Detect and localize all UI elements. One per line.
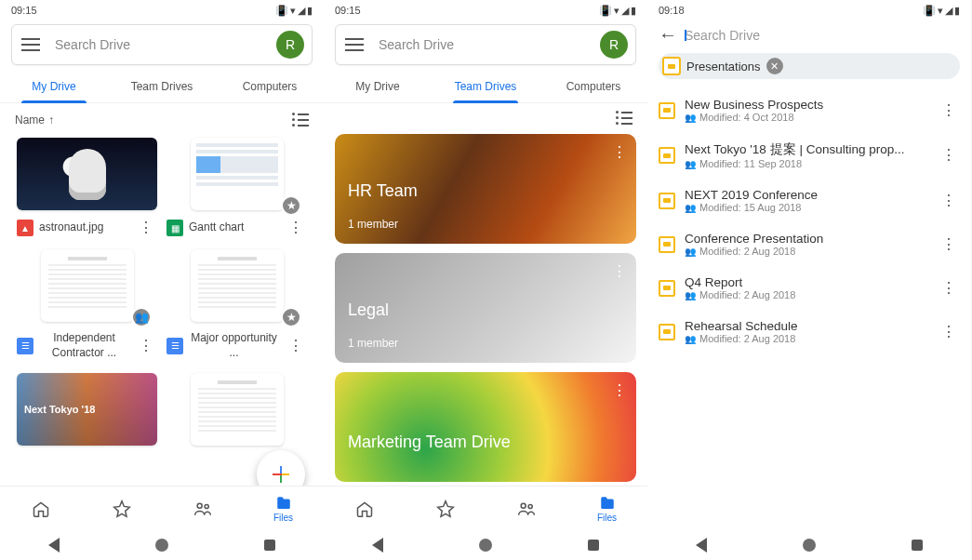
- tab-my-drive[interactable]: My Drive: [0, 71, 108, 102]
- status-bar: 09:15 📳 ▾ ◢ ▮: [324, 0, 647, 20]
- result-item[interactable]: New Business Prospects 👥Modified: 4 Oct …: [655, 88, 964, 132]
- team-drive-card[interactable]: ⋮ Legal 1 member: [335, 253, 636, 363]
- tab-computers[interactable]: Computers: [539, 71, 647, 102]
- wifi-icon: ▾: [290, 5, 296, 17]
- result-item[interactable]: Conference Presentation 👥Modified: 2 Aug…: [655, 222, 964, 266]
- doc-file-icon: ☰: [17, 338, 33, 354]
- more-icon[interactable]: ⋮: [612, 143, 627, 161]
- recents-icon[interactable]: [588, 540, 599, 551]
- tab-my-drive[interactable]: My Drive: [324, 71, 432, 102]
- slides-file-icon: [659, 236, 675, 253]
- drive-tabs: My Drive Team Drives Computers: [324, 71, 647, 103]
- file-card[interactable]: Next Tokyo '18: [17, 373, 157, 446]
- file-thumbnail: [191, 249, 284, 322]
- clock: 09:18: [659, 5, 685, 16]
- more-icon[interactable]: ⋮: [135, 220, 157, 235]
- recents-icon[interactable]: [912, 540, 923, 551]
- menu-icon[interactable]: [20, 34, 42, 55]
- svg-point-3: [528, 504, 532, 508]
- more-icon[interactable]: ⋮: [938, 237, 960, 252]
- team-drive-title: HR Team: [348, 181, 623, 201]
- more-icon[interactable]: ⋮: [135, 339, 157, 353]
- home-icon[interactable]: [803, 539, 816, 552]
- shared-icon: 👥: [685, 203, 696, 213]
- result-item[interactable]: Next Tokyo '18 提案 | Consulting prop... 👥…: [655, 132, 964, 179]
- system-nav: [324, 530, 647, 560]
- file-card[interactable]: [166, 373, 307, 446]
- nav-home[interactable]: [0, 487, 81, 530]
- more-icon[interactable]: ⋮: [938, 325, 960, 340]
- nav-shared[interactable]: [486, 487, 566, 530]
- result-item[interactable]: Q4 Report 👥Modified: 2 Aug 2018 ⋮: [655, 266, 964, 310]
- file-name: Gantt chart: [189, 220, 279, 235]
- menu-icon[interactable]: [343, 34, 366, 55]
- slides-file-icon: [659, 193, 675, 209]
- file-card[interactable]: ★ ▦ Gantt chart ⋮: [166, 138, 307, 236]
- svg-point-0: [197, 503, 202, 508]
- result-title: Conference Presentation: [685, 232, 938, 246]
- profile-avatar[interactable]: R: [600, 31, 628, 59]
- home-icon: [32, 500, 50, 518]
- chip-close-icon[interactable]: ✕: [766, 58, 783, 74]
- more-icon[interactable]: ⋮: [938, 148, 960, 163]
- vibrate-icon: 📳: [599, 5, 612, 17]
- wifi-icon: ▾: [938, 5, 943, 17]
- system-nav: [647, 530, 971, 560]
- tab-computers[interactable]: Computers: [216, 71, 324, 102]
- more-icon[interactable]: ⋮: [612, 262, 627, 280]
- status-bar: 09:18 📳 ▾ ◢ ▮: [647, 0, 971, 20]
- filter-chip[interactable]: Presentations ✕: [659, 53, 960, 79]
- starred-badge-icon: ★: [281, 307, 301, 327]
- view-list-icon[interactable]: [292, 113, 309, 127]
- nav-files-label: Files: [597, 513, 617, 523]
- view-list-icon[interactable]: [616, 111, 632, 125]
- nav-files[interactable]: Files: [566, 487, 647, 530]
- more-icon[interactable]: ⋮: [938, 103, 960, 118]
- more-icon[interactable]: ⋮: [285, 220, 307, 235]
- search-box[interactable]: Search Drive R: [11, 24, 313, 65]
- more-icon[interactable]: ⋮: [285, 339, 307, 353]
- nav-starred[interactable]: [81, 487, 162, 530]
- nav-home[interactable]: [324, 487, 405, 530]
- clock: 09:15: [11, 5, 37, 16]
- battery-icon: ▮: [954, 5, 960, 17]
- back-arrow-icon[interactable]: ←: [659, 24, 685, 46]
- back-icon[interactable]: [48, 538, 60, 553]
- result-title: Next Tokyo '18 提案 | Consulting prop...: [685, 141, 938, 158]
- tab-team-drives[interactable]: Team Drives: [432, 71, 539, 102]
- back-icon[interactable]: [696, 538, 707, 553]
- nav-files-label: Files: [273, 513, 293, 523]
- more-icon[interactable]: ⋮: [612, 381, 627, 399]
- recents-icon[interactable]: [264, 540, 275, 551]
- file-card[interactable]: ★ ☰ Major opportunity ... ⋮: [166, 249, 307, 360]
- file-card[interactable]: ▲ astronaut.jpg ⋮: [17, 138, 157, 236]
- profile-avatar[interactable]: R: [276, 31, 304, 59]
- more-icon[interactable]: ⋮: [938, 193, 960, 208]
- team-drive-card[interactable]: ⋮ HR Team 1 member: [335, 134, 636, 244]
- team-drive-card[interactable]: ⋮ Marketing Team Drive: [335, 372, 636, 482]
- tab-team-drives[interactable]: Team Drives: [108, 71, 216, 102]
- back-icon[interactable]: [372, 538, 383, 553]
- sort-button[interactable]: Name ↑: [15, 113, 54, 127]
- nav-shared[interactable]: [162, 487, 243, 530]
- home-icon: [355, 500, 374, 518]
- file-thumbnail: [41, 249, 134, 322]
- nav-files[interactable]: Files: [243, 487, 324, 530]
- people-icon: [193, 500, 213, 518]
- slides-file-icon: [659, 280, 675, 297]
- sort-row: Name ↑: [0, 103, 324, 132]
- drive-tabs: My Drive Team Drives Computers: [0, 71, 324, 103]
- shared-icon: 👥: [685, 290, 696, 300]
- file-name: Major opportunity ...: [189, 331, 279, 360]
- search-input[interactable]: Search Drive: [685, 28, 960, 43]
- file-card[interactable]: 👥 ☰ Independent Contractor ... ⋮: [17, 249, 157, 360]
- file-thumbnail: [17, 138, 157, 210]
- more-icon[interactable]: ⋮: [938, 281, 960, 296]
- home-icon[interactable]: [479, 539, 492, 552]
- result-item[interactable]: NEXT 2019 Conference 👥Modified: 15 Aug 2…: [655, 179, 964, 222]
- chip-label: Presentations: [686, 60, 761, 73]
- home-icon[interactable]: [155, 539, 168, 552]
- search-box[interactable]: Search Drive R: [335, 24, 636, 65]
- nav-starred[interactable]: [405, 487, 486, 530]
- result-item[interactable]: Rehearsal Schedule 👥Modified: 2 Aug 2018…: [655, 310, 964, 353]
